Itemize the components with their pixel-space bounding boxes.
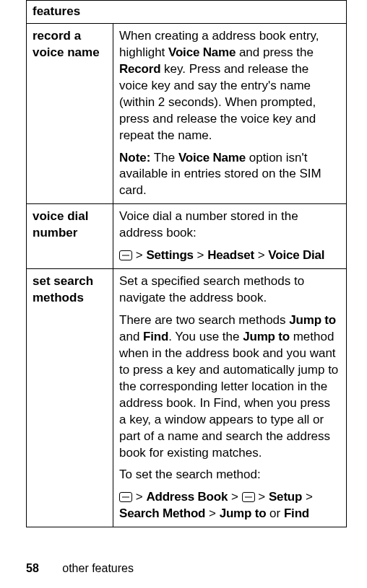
feature-description: Voice dial a number stored in the addres… — [113, 204, 347, 269]
text-run: Setup — [269, 490, 302, 504]
table-row: record a voice nameWhen creating a addre… — [27, 23, 347, 203]
text-run: > — [205, 506, 219, 520]
table-row: set search methodsSet a specified search… — [27, 269, 347, 527]
text-run: Set a specified search methods to naviga… — [119, 274, 304, 304]
paragraph: Set a specified search methods to naviga… — [119, 273, 340, 307]
text-run: Address Book — [146, 490, 228, 504]
menu-key-icon — [119, 492, 132, 502]
text-run: Voice dial a number stored in the addres… — [119, 209, 298, 240]
feature-description: When creating a address book entry, high… — [113, 23, 347, 203]
paragraph: > Settings > Headset > Voice Dial — [119, 247, 340, 264]
feature-name: set search methods — [27, 269, 113, 527]
text-run: Headset — [207, 248, 254, 262]
text-run: > — [132, 490, 146, 504]
text-run: Record — [119, 62, 160, 76]
feature-name: record a voice name — [27, 23, 113, 203]
text-run: There are two search methods — [119, 313, 289, 327]
paragraph: > Address Book > > Setup > Search Method… — [119, 489, 340, 522]
features-table: features record a voice nameWhen creatin… — [26, 0, 347, 527]
text-run: > — [194, 248, 207, 262]
text-run: Voice Dial — [268, 248, 324, 262]
text-run: > — [132, 248, 146, 262]
paragraph: Note: The Voice Name option isn't availa… — [119, 150, 340, 200]
menu-key-icon — [119, 250, 132, 260]
table-body: record a voice nameWhen creating a addre… — [27, 23, 347, 527]
text-run: method when in the address book and you … — [119, 330, 338, 460]
text-run: Voice Name — [168, 45, 236, 59]
text-run: Find — [143, 330, 168, 343]
text-run: Jump to — [289, 313, 336, 327]
text-run: or — [266, 506, 284, 520]
text-run: > — [254, 248, 268, 262]
paragraph: There are two search methods Jump to and… — [119, 312, 340, 461]
text-run: Voice Name — [178, 151, 246, 164]
text-run: Jump to — [220, 506, 267, 520]
text-run: > — [255, 490, 269, 504]
text-run: and press the — [236, 45, 314, 59]
paragraph: To set the search method: — [119, 467, 340, 483]
page-number: 58 — [26, 562, 39, 574]
text-run: . You use the — [168, 330, 243, 343]
menu-key-icon — [242, 492, 255, 502]
text-run: and — [119, 330, 143, 343]
text-run: Jump to — [243, 330, 290, 343]
paragraph: Voice dial a number stored in the addres… — [119, 209, 340, 242]
text-run: > — [228, 490, 241, 504]
text-run: > — [302, 490, 313, 504]
text-run: The — [150, 151, 178, 164]
text-run: Search Method — [119, 506, 205, 520]
table-header: features — [27, 1, 347, 24]
text-run: Find — [284, 506, 309, 520]
feature-name: voice dial number — [27, 204, 113, 269]
text-run: Note: — [119, 151, 150, 164]
text-run: Settings — [146, 248, 193, 262]
text-run: To set the search method: — [119, 468, 261, 481]
feature-description: Set a specified search methods to naviga… — [113, 269, 347, 527]
paragraph: When creating a address book entry, high… — [119, 28, 340, 144]
section-title: other features — [62, 562, 134, 574]
table-row: voice dial numberVoice dial a number sto… — [27, 204, 347, 269]
page-footer: 58 other features — [26, 562, 134, 575]
